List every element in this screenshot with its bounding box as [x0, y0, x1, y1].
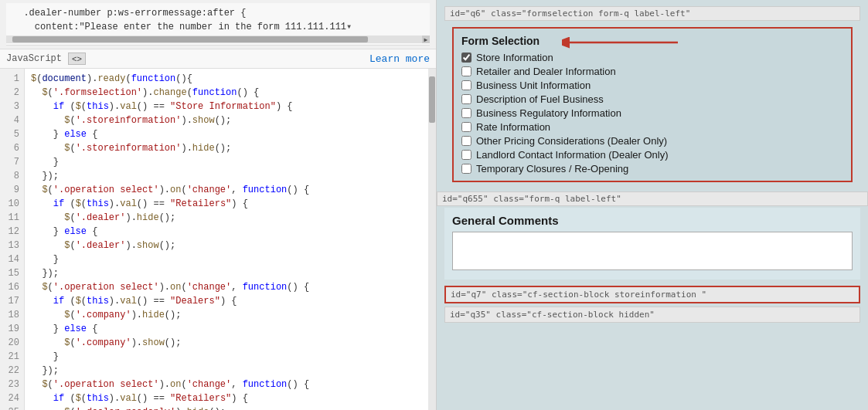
general-comments-title: General Comments: [452, 214, 853, 227]
line-num-3: 3: [0, 100, 24, 114]
general-comments-id-text: id="q655" class="form-q label-left": [442, 194, 621, 204]
checkbox-temporary[interactable]: [461, 164, 471, 174]
line-num-16: 16: [0, 280, 24, 294]
bottom-id-bar-1-text: id="q7" class="cf-section-block storeinf…: [451, 290, 706, 300]
line-num-9: 9: [0, 183, 24, 197]
form-selection-block: Form Selection Store Information: [452, 27, 853, 182]
checkbox-rate-info[interactable]: [461, 122, 471, 132]
form-option-label-retailer-dealer: Retailer and Dealer Information: [476, 66, 616, 77]
code-line-11: $('.dealer').hide();: [31, 211, 422, 225]
bottom-id-bar-1: id="q7" class="cf-section-block storeinf…: [444, 286, 860, 303]
code-line-3: if ($(this).val() == "Store Information"…: [31, 100, 422, 114]
line-num-13: 13: [0, 239, 24, 252]
code-header: .dealer-number p:ws-errormessage:after {…: [0, 0, 436, 49]
line-num-17: 17: [0, 294, 24, 308]
checkbox-landlord[interactable]: [461, 150, 471, 160]
code-line-9: $('.operation select').on('change', func…: [31, 183, 422, 197]
code-line-1: $(document).ready(function(){: [31, 72, 422, 86]
code-line-12: } else {: [31, 225, 422, 239]
form-selection-title: Form Selection: [461, 35, 540, 47]
form-option-label-regulatory: Business Regulatory Information: [476, 107, 621, 119]
form-option-rate-info[interactable]: Rate Information: [461, 121, 843, 133]
line-num-11: 11: [0, 211, 24, 225]
code-content[interactable]: $(document).ready(function(){ $('.formse…: [25, 69, 428, 410]
line-num-21: 21: [0, 350, 24, 364]
checkbox-other-pricing[interactable]: [461, 136, 471, 146]
code-line-10: if ($(this).val() == "Retailers") {: [31, 197, 422, 211]
line-numbers: 1 2 3 4 5 6 7 8 9 10 11 12 13 14 15 16 1…: [0, 69, 25, 410]
code-line-5: } else {: [31, 127, 422, 141]
line-num-20: 20: [0, 336, 24, 350]
checkbox-store-information[interactable]: [461, 53, 471, 63]
horizontal-scrollbar[interactable]: ▶: [6, 36, 430, 43]
form-option-retailer-dealer[interactable]: Retailer and Dealer Information: [461, 66, 843, 77]
form-option-regulatory[interactable]: Business Regulatory Information: [461, 107, 843, 119]
code-line-15: });: [31, 266, 422, 280]
form-selection-id-bar: id="q6" class="formselection form-q labe…: [444, 6, 860, 21]
code-top-snippet: .dealer-number p:ws-errormessage:after {…: [6, 5, 430, 36]
form-option-label-rate-info: Rate Information: [476, 121, 550, 133]
form-selection-wrapper: Form Selection Store Information: [444, 21, 860, 187]
code-body: 1 2 3 4 5 6 7 8 9 10 11 12 13 14 15 16 1…: [0, 69, 436, 410]
code-line-20: $('.company').show();: [31, 336, 422, 350]
left-panel: .dealer-number p:ws-errormessage:after {…: [0, 0, 437, 410]
code-line-19: } else {: [31, 322, 422, 336]
line-num-5: 5: [0, 127, 24, 141]
form-options-list: Store Information Retailer and Dealer In…: [461, 52, 843, 175]
form-option-label-temporary: Temporary Closures / Re-Opening: [476, 163, 628, 175]
checkbox-fuel-business[interactable]: [461, 94, 471, 104]
language-label: JavaScript: [6, 53, 62, 64]
line-num-15: 15: [0, 266, 24, 280]
general-comments-textarea[interactable]: [452, 232, 853, 270]
code-line-23: $('.operation select').on('change', func…: [31, 378, 422, 391]
form-option-other-pricing[interactable]: Other Pricing Considerations (Dealer Onl…: [461, 135, 843, 147]
form-option-label-landlord: Landlord Contact Information (Dealer Onl…: [476, 149, 669, 161]
code-line-14: }: [31, 252, 422, 266]
learn-more-link[interactable]: Learn more: [369, 53, 430, 65]
code-line-25: $('.dealer readonly').hide();: [31, 405, 422, 410]
code-line-8: });: [31, 169, 422, 183]
toolbar-row: JavaScript <> Learn more: [0, 49, 436, 69]
line-num-2: 2: [0, 86, 24, 100]
checkbox-regulatory[interactable]: [461, 108, 471, 118]
code-line-2: $('.formselection').change(function() {: [31, 86, 422, 100]
checkbox-business-unit[interactable]: [461, 80, 471, 90]
form-option-label-business-unit: Business Unit Information: [476, 80, 591, 91]
form-option-label-fuel-business: Description of Fuel Business: [476, 93, 604, 105]
line-num-1: 1: [0, 72, 24, 86]
line-num-19: 19: [0, 322, 24, 336]
form-option-business-unit[interactable]: Business Unit Information: [461, 80, 843, 91]
scroll-right-arrow[interactable]: ▶: [422, 36, 430, 43]
line-num-23: 23: [0, 378, 24, 391]
code-line-17: if ($(this).val() == "Dealers") {: [31, 294, 422, 308]
code-line-21: }: [31, 350, 422, 364]
code-top-scroll[interactable]: .dealer-number p:ws-errormessage:after {…: [6, 3, 430, 46]
form-selection-id-text: id="q6" class="formselection form-q labe…: [450, 8, 690, 19]
vertical-scrollbar[interactable]: [428, 69, 436, 410]
code-line-13: $('.dealer').show();: [31, 239, 422, 252]
line-num-22: 22: [0, 364, 24, 378]
general-comments-block: General Comments: [444, 208, 860, 280]
form-option-temporary[interactable]: Temporary Closures / Re-Opening: [461, 163, 843, 175]
scroll-thumb-h[interactable]: [12, 36, 368, 42]
form-option-label-other-pricing: Other Pricing Considerations (Dealer Onl…: [476, 135, 667, 147]
form-option-store-information[interactable]: Store Information: [461, 52, 843, 63]
form-option-fuel-business[interactable]: Description of Fuel Business: [461, 93, 843, 105]
line-num-18: 18: [0, 308, 24, 322]
scroll-thumb-v[interactable]: [429, 76, 435, 123]
red-arrow-icon: [562, 33, 686, 52]
form-option-landlord[interactable]: Landlord Contact Information (Dealer Onl…: [461, 149, 843, 161]
general-comments-wrapper: General Comments: [444, 208, 860, 280]
code-line-6: $('.storeinformation').hide();: [31, 141, 422, 155]
code-line-7: }: [31, 155, 422, 169]
line-num-25: 25: [0, 405, 24, 410]
line-num-8: 8: [0, 169, 24, 183]
code-view-button[interactable]: <>: [68, 53, 86, 65]
line-num-24: 24: [0, 391, 24, 405]
line-num-14: 14: [0, 252, 24, 266]
checkbox-retailer-dealer[interactable]: [461, 66, 471, 76]
arrow-container: Form Selection: [461, 35, 843, 52]
line-num-7: 7: [0, 155, 24, 169]
line-num-4: 4: [0, 114, 24, 127]
code-line-4: $('.storeinformation').show();: [31, 114, 422, 127]
